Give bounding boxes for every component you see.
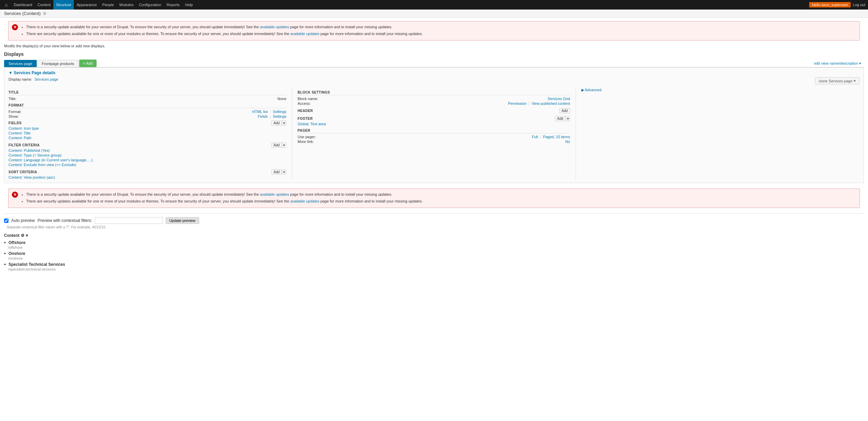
nav-reports[interactable]: Reports (164, 0, 183, 10)
page-settings-icon[interactable]: ⚙ (43, 11, 47, 16)
pager-paged-link[interactable]: Paged, 15 items (543, 135, 570, 139)
filter-published: Content: Published (Yes) (8, 148, 286, 152)
format-row: Format: HTML list | Settings (8, 110, 286, 114)
page-header: Services (Content) ⚙ (0, 10, 868, 18)
content-section-header: Content ⚙ ▾ (4, 233, 864, 238)
footer-add-button[interactable]: Add (555, 116, 566, 121)
page-title: Services (Content) (4, 11, 41, 16)
displays-tabs-bar: Services page Frontpage products + Add e… (4, 60, 864, 67)
footer-global-link[interactable]: Global: Text area (297, 122, 326, 126)
pager-more-link[interactable]: No (565, 140, 570, 144)
sort-section-label: SORT CRITERIA (8, 170, 37, 174)
sort-add-dropdown[interactable]: ▾ (282, 169, 286, 175)
list-item: • Specialist Technical Services /special… (4, 262, 864, 271)
display-name-row: Display name: Services page clone Servic… (8, 77, 860, 84)
sort-view-position: Content: View position (asc) (8, 175, 286, 179)
header-add-button[interactable]: Add (559, 108, 570, 113)
filter-add-dropdown[interactable]: ▾ (282, 143, 286, 148)
available-updates-link-1[interactable]: available updates (260, 25, 289, 29)
fields-add-button[interactable]: Add (271, 120, 282, 126)
fields-add-dropdown[interactable]: ▾ (282, 120, 286, 126)
nav-structure[interactable]: Structure (53, 0, 74, 10)
filter-section-label: FILTER CRITERIA (8, 143, 40, 147)
preview-section: Auto preview Preview with contextual fil… (4, 213, 864, 229)
access-row: Access: Permission | View published cont… (297, 101, 570, 106)
alert-line-2: There are security updates available for… (26, 31, 856, 37)
display-name-link[interactable]: Services page (35, 77, 58, 81)
available-updates-link-4[interactable]: available updates (290, 199, 320, 203)
header-section-label: HEADER (297, 109, 313, 113)
footer-section-label: FOOTER (297, 117, 313, 120)
left-column: TITLE Title: None FORMAT Format: HTML li… (8, 88, 292, 180)
filter-section-header: FILTER CRITERIA Add ▾ (8, 143, 286, 148)
details-title[interactable]: ▼ Services Page details (8, 70, 860, 75)
filter-language: Content: Language (in Current user's lan… (8, 158, 286, 162)
contextual-filters-input[interactable] (95, 217, 163, 224)
nav-dashboard[interactable]: Dashboard (11, 0, 35, 10)
footer-add-dropdown[interactable]: ▾ (566, 116, 570, 121)
sort-add-button[interactable]: Add (271, 169, 282, 175)
advanced-section-toggle[interactable]: ▶ Advanced (581, 88, 860, 92)
filter-add-group: Add ▾ (271, 143, 287, 148)
edit-view-name-button[interactable]: edit view name/description ▾ (811, 60, 864, 67)
add-display-button[interactable]: + Add (79, 60, 96, 67)
main-content: ✕ There is a security update available f… (0, 21, 868, 277)
list-item: • Offshore /offshore (4, 240, 864, 249)
fields-section-label: FIELDS (8, 121, 22, 125)
block-name-link[interactable]: Services Grid (548, 97, 570, 101)
auto-preview-checkbox[interactable] (4, 218, 8, 223)
alert-icon: ✕ (12, 24, 18, 30)
contextual-filters-label: Preview with contextual filters: (37, 218, 92, 223)
item-path-offshore: /offshore (8, 245, 864, 249)
nav-appearance[interactable]: Appearance (74, 0, 99, 10)
right-column: ▶ Advanced (576, 88, 860, 180)
access-permission-link[interactable]: Permission (508, 101, 526, 106)
format-settings-link[interactable]: Settings (273, 110, 287, 114)
item-title-offshore: • Offshore (4, 240, 864, 245)
nav-modules[interactable]: Modules (117, 0, 136, 10)
item-title-specialist: • Specialist Technical Services (4, 262, 864, 267)
pager-section-label: PAGER (297, 129, 570, 133)
alert-icon-bottom: ✕ (12, 192, 18, 198)
nav-configuration[interactable]: Configuration (136, 0, 164, 10)
top-navigation: ⌂ Dashboard Content Structure Appearance… (0, 0, 868, 10)
content-chevron-icon[interactable]: ▾ (26, 233, 28, 238)
content-items-list: • Offshore /offshore • Onshore /onshore … (4, 240, 864, 271)
security-alert-top: ✕ There is a security update available f… (8, 21, 860, 41)
header-section-header: HEADER Add (297, 108, 570, 113)
available-updates-link-3[interactable]: available updates (260, 192, 289, 196)
filter-add-button[interactable]: Add (271, 143, 282, 148)
fields-add-group: Add ▾ (271, 120, 287, 126)
title-section-label: TITLE (8, 91, 286, 95)
logout-link[interactable]: Log out (853, 3, 865, 7)
show-fields-link[interactable]: Fields (258, 114, 268, 118)
footer-global-text: Global: Text area (297, 122, 570, 126)
alert-line-1: There is a security update available for… (26, 24, 856, 30)
format-section-label: FORMAT (8, 103, 286, 108)
home-nav-item[interactable]: ⌂ (3, 2, 10, 7)
services-page-details-panel: ▼ Services Page details Display name: Se… (4, 67, 864, 183)
preview-hint: Separate contextual filter values with a… (7, 225, 864, 229)
available-updates-link-2[interactable]: available updates (290, 32, 320, 36)
update-preview-button[interactable]: Update preview (166, 217, 199, 224)
block-name-row: Block name: Services Grid (297, 97, 570, 101)
filter-type: Content: Type (= Service group) (8, 153, 286, 157)
show-settings-link[interactable]: Settings (273, 114, 287, 118)
tab-services-page[interactable]: Services page (4, 60, 37, 67)
item-path-specialist: /specialist-technical-services (8, 267, 864, 271)
auto-preview-label: Auto preview (11, 218, 35, 223)
nav-content[interactable]: Content (35, 0, 53, 10)
nav-people[interactable]: People (100, 0, 117, 10)
tab-frontpage-products[interactable]: Frontpage products (37, 60, 79, 67)
format-link[interactable]: HTML list (252, 110, 268, 114)
nav-help[interactable]: Help (183, 0, 196, 10)
alert2-line-2: There are security updates available for… (26, 198, 856, 204)
footer-section-header: FOOTER Add ▾ (297, 116, 570, 121)
block-settings-label: BLOCK SETTINGS (297, 91, 570, 95)
pager-full-link[interactable]: Full (532, 135, 538, 139)
content-gear-icon[interactable]: ⚙ (21, 233, 24, 238)
access-view-link[interactable]: View published content (532, 101, 570, 106)
item-path-onshore: /onshore (8, 256, 864, 260)
clone-services-page-button[interactable]: clone Services page ▾ (815, 77, 860, 84)
title-row: Title: None (8, 97, 286, 101)
